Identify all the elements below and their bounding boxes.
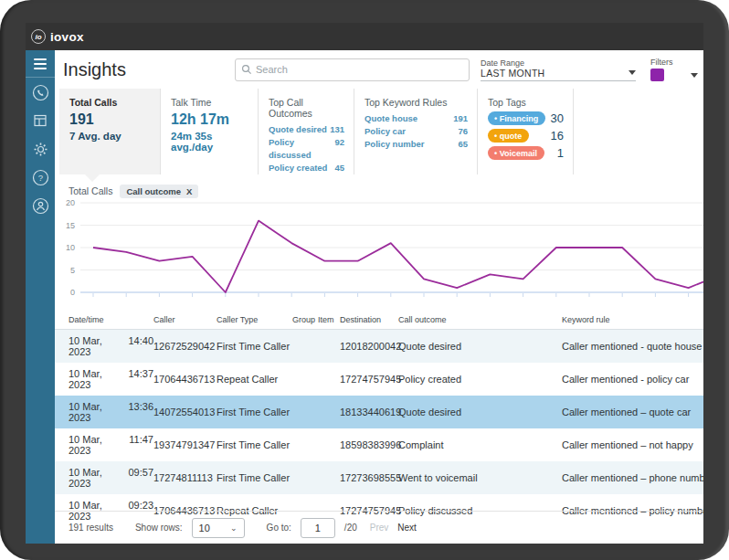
column-header: Call outcome xyxy=(398,315,562,324)
table-header: Date/timeCallerCaller TypeGroupItemDesti… xyxy=(55,308,703,330)
top-call-outcomes-list: Quote desired131Policy discussed92Policy… xyxy=(269,123,344,174)
search-box[interactable] xyxy=(235,58,470,81)
chart-legend-row: Total Calls Call outcome X xyxy=(55,184,703,198)
date-range-label: Date Range xyxy=(481,58,636,68)
stat-label: Total Calls xyxy=(69,97,151,108)
tag-pill[interactable]: • quote xyxy=(488,129,529,143)
table-row[interactable]: 10 Mar, 202314:3717064436713Repeat Calle… xyxy=(55,363,703,396)
rows-per-page-value: 10 xyxy=(199,523,210,534)
chevron-down-icon: ⌄ xyxy=(230,523,238,533)
tag-count: 30 xyxy=(551,111,564,125)
table-row[interactable]: 10 Mar, 202311:4719374791347First Time C… xyxy=(55,428,703,461)
iovox-logo-text: iovox xyxy=(50,30,84,44)
total-calls-line-chart: 20151050 xyxy=(55,198,703,304)
total-calls-chart: 20151050 xyxy=(55,198,703,308)
tag-pill[interactable]: • Financing xyxy=(488,111,545,125)
menu-icon[interactable] xyxy=(26,50,55,78)
stat-list-item: Policy created45 xyxy=(269,162,344,174)
stat-list-item: Quote house191 xyxy=(364,112,468,125)
app-screen: io iovox xyxy=(26,23,703,544)
column-header: Caller Type xyxy=(217,315,292,324)
svg-text:10: 10 xyxy=(66,243,75,252)
total-calls-line xyxy=(93,221,703,292)
chevron-down-icon xyxy=(629,70,636,75)
table-row[interactable]: 10 Mar, 202313:3614072554013First Time C… xyxy=(55,396,703,428)
show-rows-label: Show rows: xyxy=(135,523,183,533)
stat-value: 191 xyxy=(69,111,151,128)
svg-text:?: ? xyxy=(37,173,42,183)
stat-card-top-keyword-rules[interactable]: Top Keyword Rules Quote house191Policy c… xyxy=(354,89,478,174)
stats-row: Total Calls 191 7 Avg. day Talk Time 12h… xyxy=(55,89,703,174)
iovox-logo-icon: io xyxy=(31,29,46,44)
stat-value: 12h 17m xyxy=(171,111,248,128)
chevron-down-icon xyxy=(691,73,698,78)
chart-series-label: Total Calls xyxy=(69,185,112,196)
table-footer: 191 results Show rows: 10 ⌄ Go to: /20 P… xyxy=(55,511,703,544)
filters-select[interactable]: Filters xyxy=(650,58,698,81)
chart-filter-chip[interactable]: Call outcome X xyxy=(120,185,198,198)
search-input[interactable] xyxy=(256,64,463,75)
search-icon xyxy=(241,64,252,75)
table-row[interactable]: 10 Mar, 202314:4012672529042First Time C… xyxy=(55,330,703,363)
stat-card-talk-time[interactable]: Talk Time 12h 17m 24m 35s avg./day xyxy=(161,89,259,174)
stat-list-item: Policy discussed92 xyxy=(269,136,344,162)
table-row[interactable]: 10 Mar, 202309:5717274811113First Time C… xyxy=(55,461,703,494)
page-total: /20 xyxy=(344,523,357,533)
column-header: Caller xyxy=(153,315,217,324)
sidebar-item-settings[interactable] xyxy=(26,135,55,163)
page-title: Insights xyxy=(63,59,126,80)
svg-text:20: 20 xyxy=(66,198,75,207)
tag-row: • quote16 xyxy=(488,129,564,143)
stat-label: Top Tags xyxy=(488,97,564,108)
tag-row: • Voicemail1 xyxy=(488,146,564,160)
calls-table: 10 Mar, 202314:4012672529042First Time C… xyxy=(55,330,703,511)
phone-icon xyxy=(32,84,49,101)
stat-label: Top Call Outcomes xyxy=(269,97,344,119)
stat-card-total-calls[interactable]: Total Calls 191 7 Avg. day xyxy=(59,89,161,174)
stat-label: Top Keyword Rules xyxy=(364,97,468,108)
stat-card-top-tags[interactable]: Top Tags • Financing30• quote16• Voicema… xyxy=(478,89,574,174)
sidebar-item-calls[interactable] xyxy=(26,79,55,106)
tag-count: 1 xyxy=(557,146,564,160)
help-icon: ? xyxy=(32,169,49,186)
iovox-logo[interactable]: io iovox xyxy=(31,29,84,44)
results-count: 191 results xyxy=(69,523,113,533)
page-header: Insights Date Range LAST MONTH xyxy=(55,50,703,89)
tag-count: 16 xyxy=(551,129,564,143)
svg-text:15: 15 xyxy=(66,221,75,230)
tablet-frame: io iovox xyxy=(0,0,729,560)
sidebar-item-help[interactable]: ? xyxy=(26,164,55,191)
goto-label: Go to: xyxy=(267,523,291,533)
stat-list-item: Policy number65 xyxy=(364,138,468,151)
tag-row: • Financing30 xyxy=(488,111,564,125)
stat-label: Talk Time xyxy=(171,97,248,108)
close-icon[interactable]: X xyxy=(186,186,192,196)
sidebar-item-dashboard[interactable] xyxy=(26,107,55,134)
stat-list-item: Policy car76 xyxy=(364,125,468,138)
column-header: Group xyxy=(292,315,318,324)
stat-card-top-call-outcomes[interactable]: Top Call Outcomes Quote desired131Policy… xyxy=(259,89,354,174)
column-header: Item xyxy=(318,315,340,324)
chart-filter-chip-label: Call outcome xyxy=(126,186,181,196)
top-tags-list: • Financing30• quote16• Voicemail1 xyxy=(488,111,564,160)
gear-icon xyxy=(32,141,49,158)
next-page-button[interactable]: Next xyxy=(397,523,417,533)
top-navbar: io iovox xyxy=(26,23,703,50)
date-range-select[interactable]: Date Range LAST MONTH xyxy=(481,58,636,81)
top-keyword-rules-list: Quote house191Policy car76Policy number6… xyxy=(364,112,468,151)
sidebar-item-account[interactable] xyxy=(26,192,55,219)
stat-sub: 24m 35s avg./day xyxy=(171,131,248,153)
sidebar-nav: ? xyxy=(26,50,55,544)
svg-text:0: 0 xyxy=(70,288,75,297)
column-header: Date/time xyxy=(69,315,153,324)
table-icon xyxy=(32,112,48,129)
filters-label: Filters xyxy=(650,58,698,67)
rows-per-page-select[interactable]: 10 ⌄ xyxy=(192,518,245,538)
account-icon xyxy=(32,197,49,215)
prev-page-button[interactable]: Prev xyxy=(370,523,389,533)
goto-page-input[interactable] xyxy=(301,518,335,538)
column-header: Keyword rule xyxy=(562,315,703,324)
filter-color-swatch xyxy=(650,69,664,81)
tag-pill[interactable]: • Voicemail xyxy=(488,146,544,160)
stat-list-item: Quote desired131 xyxy=(269,123,344,136)
